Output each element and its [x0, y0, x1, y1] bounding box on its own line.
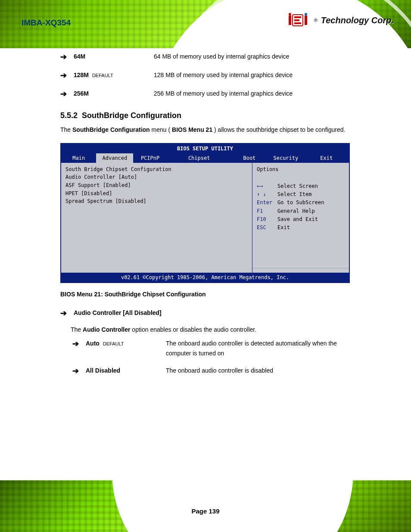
option-name: 128M DEFAULT: [74, 70, 147, 80]
brand-text: Technology Corp.: [321, 16, 394, 25]
option-256m: ➔ 256M 256 MB of memory used by internal…: [60, 89, 353, 100]
option-name: 256M: [74, 89, 147, 98]
bios-tab-exit: Exit: [304, 153, 349, 163]
option-desc: The onboard audio controller is detected…: [166, 339, 353, 358]
audio-heading-row: ➔ Audio Controller [All Disabled]: [60, 308, 353, 319]
key-f10: F10: [257, 215, 274, 224]
svg-rect-6: [305, 16, 307, 25]
nav-desc: Go to SubScreen: [277, 199, 324, 207]
bottom-banner-decor: [0, 480, 411, 532]
bios-tabs: Main Advanced PCIPnP Chipset Boot Securi…: [61, 153, 349, 163]
svg-rect-0: [289, 16, 291, 25]
bios-footer: v02.61 ©Copyright 1985-2006, American Me…: [61, 273, 349, 282]
bios-help-label: Options: [257, 165, 345, 174]
arrow-icon: ➔: [60, 52, 67, 62]
nav-desc: Save and Exit: [277, 215, 318, 224]
section-heading: 5.5.2 SouthBridge Configuration: [60, 111, 353, 120]
iei-logo-icon: [288, 13, 311, 28]
audio-option-auto: ➔ Auto DEFAULT The onboard audio control…: [60, 339, 353, 358]
key-enter: Enter: [257, 199, 274, 207]
bios-tab-chipset: Chipset: [167, 153, 231, 163]
key-esc: ESC: [257, 224, 274, 232]
bios-caption: BIOS Menu 21: SouthBridge Chipset Config…: [60, 291, 353, 298]
nav-desc: Select Screen: [277, 182, 318, 190]
bios-heading: South Bridge Chipset Configuration: [65, 165, 248, 174]
bios-item-audio: Audio Controller [Auto]: [65, 173, 248, 181]
option-desc: 256 MB of memory used by internal graphi…: [154, 89, 293, 98]
key-f1: F1: [257, 207, 274, 215]
nav-desc: Select Item: [277, 190, 311, 199]
audio-option-disabled: ➔ All Disabled The onboard audio control…: [60, 366, 353, 376]
bios-title: BIOS SETUP UTILITY: [61, 144, 349, 153]
reg-mark: ®: [314, 18, 318, 23]
nav-desc: Exit: [277, 224, 290, 232]
option-64m: ➔ 64M 64 MB of memory used by internal g…: [60, 52, 353, 62]
bios-item-hpet: HPET [Disabled]: [65, 190, 248, 198]
bios-left-pane: South Bridge Chipset Configuration Audio…: [61, 163, 252, 273]
option-desc: The onboard audio controller is disabled: [166, 366, 273, 375]
arrow-icon: ➔: [60, 308, 67, 319]
bios-nav-keys: ←→Select Screen ↑ ↓Select Item EnterGo t…: [257, 182, 345, 264]
option-name: All Disabled: [86, 366, 159, 375]
svg-rect-5: [294, 22, 301, 24]
svg-point-1: [289, 13, 291, 16]
bios-right-pane: Options ←→Select Screen ↑ ↓Select Item E…: [252, 163, 349, 273]
bios-tab-boot: Boot: [231, 153, 268, 163]
option-tag: DEFAULT: [103, 341, 124, 346]
section-intro: The SouthBridge Configuration menu ( BIO…: [60, 124, 353, 135]
bios-tab-advanced: Advanced: [96, 153, 133, 163]
arrow-icon: ➔: [60, 89, 67, 100]
page-content: ➔ 64M 64 MB of memory used by internal g…: [60, 52, 353, 384]
bios-item-asf: ASF Support [Enabled]: [65, 181, 248, 190]
option-tag: DEFAULT: [92, 73, 113, 78]
option-desc: 64 MB of memory used by internal graphic…: [154, 52, 289, 61]
option-name: 64M: [74, 52, 147, 61]
arrow-icon: ➔: [72, 339, 79, 349]
bios-tab-security: Security: [268, 153, 304, 163]
model-label: IMBA-XQ354: [22, 18, 71, 28]
key-updown-icon: ↑ ↓: [257, 190, 274, 199]
arrow-icon: ➔: [60, 70, 67, 81]
page-number: Page 139: [191, 507, 219, 515]
svg-point-7: [305, 13, 307, 16]
arrow-icon: ➔: [72, 366, 79, 376]
option-desc: 128 MB of memory used by internal graphi…: [154, 70, 293, 80]
option-name: Auto DEFAULT: [86, 339, 159, 348]
key-leftright-icon: ←→: [257, 182, 274, 190]
audio-heading: Audio Controller [All Disabled]: [74, 308, 162, 317]
audio-intro: The Audio Controller option enables or d…: [71, 325, 353, 334]
nav-desc: General Help: [277, 207, 315, 215]
svg-rect-3: [294, 16, 301, 18]
brand-logo: ® Technology Corp.: [288, 13, 394, 28]
bios-tab-pcipnp: PCIPnP: [133, 153, 167, 163]
bios-tab-main: Main: [61, 153, 96, 163]
option-128m: ➔ 128M DEFAULT 128 MB of memory used by …: [60, 70, 353, 81]
svg-rect-4: [294, 19, 299, 21]
bios-setup-screenshot: BIOS SETUP UTILITY Main Advanced PCIPnP …: [60, 143, 350, 283]
bios-item-spread: Spread Spectrum [Disabled]: [65, 197, 248, 205]
